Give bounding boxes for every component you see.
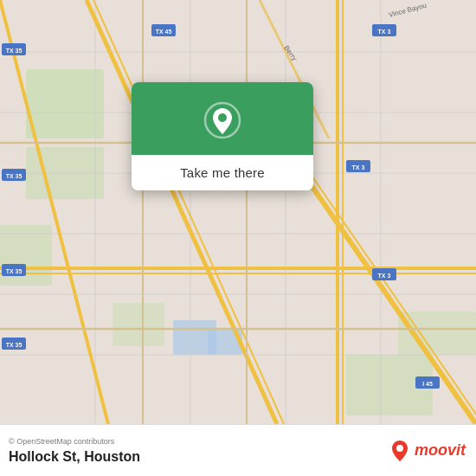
svg-text:TX 35: TX 35 bbox=[6, 173, 23, 179]
take-me-there-button[interactable]: Take me there bbox=[132, 155, 313, 190]
bottom-bar: © OpenStreetMap contributors Hollock St,… bbox=[0, 424, 476, 476]
svg-rect-1 bbox=[26, 69, 104, 138]
map-area: TX 35 TX 35 TX 35 TX 35 TX 45 TX 3 TX 3 … bbox=[0, 0, 476, 424]
svg-text:TX 3: TX 3 bbox=[378, 273, 391, 279]
svg-rect-3 bbox=[0, 225, 52, 286]
moovit-logo: moovit bbox=[388, 439, 466, 463]
location-name: Hollock St, Houston bbox=[9, 449, 140, 465]
location-info: © OpenStreetMap contributors Hollock St,… bbox=[9, 437, 140, 465]
osm-attribution: © OpenStreetMap contributors bbox=[9, 437, 140, 446]
moovit-icon bbox=[388, 439, 412, 463]
moovit-label: moovit bbox=[415, 441, 466, 460]
svg-point-54 bbox=[218, 113, 227, 122]
svg-point-55 bbox=[396, 445, 403, 452]
location-popup: Take me there bbox=[132, 82, 313, 190]
svg-text:TX 3: TX 3 bbox=[378, 29, 391, 35]
svg-text:TX 45: TX 45 bbox=[156, 29, 172, 35]
svg-text:TX 3: TX 3 bbox=[352, 164, 365, 170]
svg-text:TX 35: TX 35 bbox=[6, 48, 23, 54]
svg-rect-4 bbox=[113, 303, 164, 346]
location-pin-icon bbox=[203, 101, 241, 139]
svg-text:I 45: I 45 bbox=[422, 381, 433, 387]
popup-header bbox=[132, 82, 313, 155]
svg-text:TX 35: TX 35 bbox=[6, 268, 23, 274]
map-svg: TX 35 TX 35 TX 35 TX 35 TX 45 TX 3 TX 3 … bbox=[0, 0, 476, 424]
svg-text:TX 35: TX 35 bbox=[6, 342, 23, 348]
